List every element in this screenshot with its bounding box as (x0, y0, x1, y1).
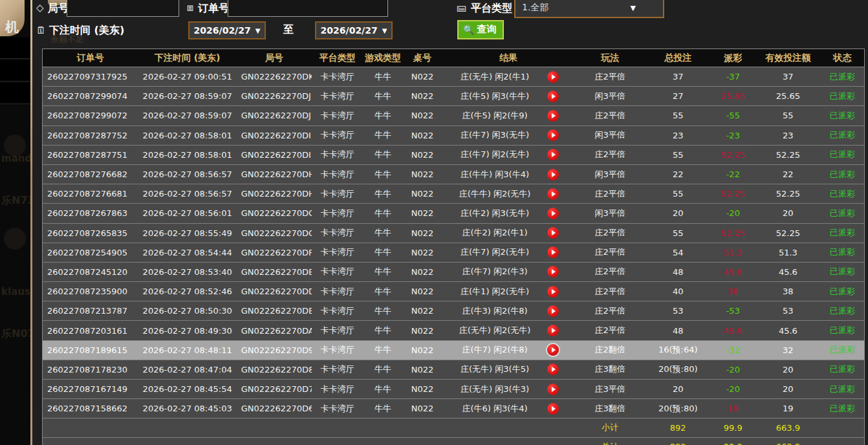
play-video-button[interactable] (547, 129, 559, 141)
cell-order-number: 260227087265835 (43, 223, 138, 243)
play-video-button[interactable] (547, 364, 559, 375)
play-video-button[interactable] (547, 266, 559, 277)
round-number-input[interactable] (67, 0, 179, 17)
cell-order-number: 260227087299072 (43, 106, 138, 125)
cell-platform: 卡卡湾厅 (312, 145, 363, 164)
play-video-button[interactable] (547, 286, 559, 298)
date-to-button[interactable]: 2026/02/27▼ (315, 21, 393, 39)
table-row[interactable]: 2602270872549052026-02-27 08:54:44GN0222… (43, 243, 865, 262)
cell-play-type: 闲3平倍 (574, 125, 646, 145)
table-row[interactable]: 2602270872766812026-02-27 08:56:57GN0222… (43, 184, 865, 204)
cell-valid-bet: 23 (755, 125, 820, 145)
table-row[interactable]: 2602270973179252026-02-27 09:00:51GN0222… (43, 67, 865, 87)
result-text: 庄(无牛) 闲2(牛1) (442, 71, 547, 83)
cell-game-type: 牛牛 (363, 399, 402, 418)
cell-bet-time: 2026-02-27 08:48:11 (138, 340, 237, 360)
cell-total-bet: 40 (646, 282, 710, 301)
result-wrap: 庄(无牛) 闲2(牛1) (442, 67, 574, 86)
summary-payout: 99.9 (710, 418, 755, 437)
table-row[interactable]: 2602270872137872026-02-27 08:50:30GN0222… (43, 301, 865, 321)
date-to-value: 2026/02/27 (321, 25, 378, 36)
table-header-row: 订单号下注时间 (美东)局号平台类型游戏类型桌号结果玩法总投注派彩有效投注额状态 (43, 49, 865, 67)
cell-round-number: GN022262270D6 (237, 399, 312, 418)
result-text: 庄(牛牛) 闲2(无牛) (442, 188, 547, 200)
table-row[interactable]: 2602270872766822026-02-27 08:56:57GN0222… (43, 164, 865, 184)
table-row[interactable]: 2602270872658352026-02-27 08:55:49GN0222… (43, 223, 865, 243)
date-from-button[interactable]: 2026/02/27▼ (188, 21, 266, 39)
play-video-button[interactable] (547, 305, 559, 317)
cell-total-bet: 55 (646, 223, 710, 243)
play-video-button[interactable] (547, 325, 559, 336)
cell-game-type: 牛牛 (363, 145, 402, 164)
play-video-button[interactable] (547, 188, 559, 200)
cell-payout: 19 (710, 399, 755, 418)
cell-play-type: 闲3平倍 (574, 164, 646, 184)
table-row[interactable]: 2602270871896152026-02-27 08:48:11GN0222… (43, 340, 865, 360)
cell-result: 庄(牛7) 闲2(牛3) (442, 262, 574, 281)
cell-platform: 卡卡湾厅 (312, 125, 363, 145)
chevron-down-icon: ▼ (382, 27, 387, 34)
cell-status: 已派彩 (820, 301, 864, 321)
cell-order-number: 260227087254905 (43, 243, 138, 262)
summary-valid-bet: 663.9 (755, 437, 820, 445)
cell-play-type: 庄2平倍 (574, 184, 646, 204)
result-wrap: 庄(无牛) 闲2(无牛) (442, 321, 574, 340)
cell-platform: 卡卡湾厅 (312, 340, 363, 360)
table-row[interactable]: 2602270872678632026-02-27 08:56:01GN0222… (43, 204, 865, 223)
cell-game-type: 牛牛 (363, 321, 402, 340)
cell-valid-bet: 20 (755, 204, 820, 223)
platform-filter-label: 平台类型 (471, 2, 512, 16)
result-wrap: 庄(无牛) 闲3(牛5) (442, 360, 574, 379)
table-row[interactable]: 2602270872877522026-02-27 08:58:01GN0222… (43, 125, 865, 145)
result-wrap: 庄(牛牛) 闲2(无牛) (442, 184, 574, 203)
cell-total-bet: 20(预:80) (646, 360, 710, 379)
table-row[interactable]: 2602270872877512026-02-27 08:58:01GN0222… (43, 145, 865, 164)
cell-round-number: GN022262270DH (237, 164, 312, 184)
cell-round-number: GN022262270DJ (237, 106, 312, 125)
table-row[interactable]: 2602270872990722026-02-27 08:59:07GN0222… (43, 106, 865, 125)
play-video-button[interactable] (547, 384, 559, 395)
cell-play-type: 庄2平倍 (574, 262, 646, 281)
table-row[interactable]: 2602270872990742026-02-27 08:59:07GN0222… (43, 87, 865, 106)
play-video-button[interactable] (547, 91, 559, 102)
calendar-icon: 🗓 (36, 25, 46, 36)
cell-order-number: 260227087189615 (43, 340, 138, 360)
cell-round-number: GN022262270D9 (237, 340, 312, 360)
table-row[interactable]: 2602270871671492026-02-27 08:45:54GN0222… (43, 380, 865, 399)
result-text: 庄(无牛) 闲3(牛3) (442, 384, 547, 395)
cell-round-number: GN022262270DF (237, 243, 312, 262)
play-video-button[interactable] (547, 227, 559, 239)
cell-order-number: 260227087178230 (43, 360, 138, 379)
play-video-button[interactable] (547, 208, 559, 219)
play-video-button[interactable] (547, 403, 559, 415)
cell-round-number: GN022262270DH (237, 184, 312, 204)
search-button[interactable]: 🔍查询 (457, 20, 504, 39)
play-video-button[interactable] (547, 71, 559, 83)
cell-bet-time: 2026-02-27 08:50:30 (138, 301, 237, 321)
summary-total-bet: 892 (646, 437, 710, 445)
play-video-button[interactable] (547, 169, 559, 180)
cell-table-number: N022 (402, 164, 442, 184)
play-video-button[interactable] (547, 110, 559, 122)
table-row[interactable]: 2602270872359002026-02-27 08:52:46GN0222… (43, 282, 865, 301)
cell-status: 已派彩 (820, 340, 864, 360)
cell-bet-time: 2026-02-27 08:55:49 (138, 223, 237, 243)
search-icon: 🔍 (463, 25, 474, 35)
cell-status: 已派彩 (820, 321, 864, 340)
table-row[interactable]: 2602270872451202026-02-27 08:53:40GN0222… (43, 262, 865, 281)
play-video-button[interactable] (547, 149, 559, 160)
result-wrap: 庄(牛5) 闲3(牛牛) (442, 87, 574, 105)
cell-play-type: 庄2平倍 (574, 321, 646, 340)
background-clipped-label: 机 (5, 18, 19, 36)
diamond-icon: ◇ (36, 2, 44, 14)
cell-total-bet: 20 (646, 380, 710, 399)
table-row[interactable]: 2602270871586622026-02-27 08:45:03GN0222… (43, 399, 865, 418)
cell-result: 庄(牛3) 闲2(牛8) (442, 301, 574, 321)
play-video-button[interactable] (547, 344, 559, 356)
order-number-input[interactable] (228, 0, 388, 17)
platform-type-select[interactable]: 1.全部 ▼ (514, 0, 664, 18)
table-row[interactable]: 2602270872031612026-02-27 08:49:30GN0222… (43, 321, 865, 340)
table-row[interactable]: 2602270871782302026-02-27 08:47:04GN0222… (43, 360, 865, 379)
cell-play-type: 庄2平倍 (574, 282, 646, 301)
play-video-button[interactable] (547, 246, 559, 258)
